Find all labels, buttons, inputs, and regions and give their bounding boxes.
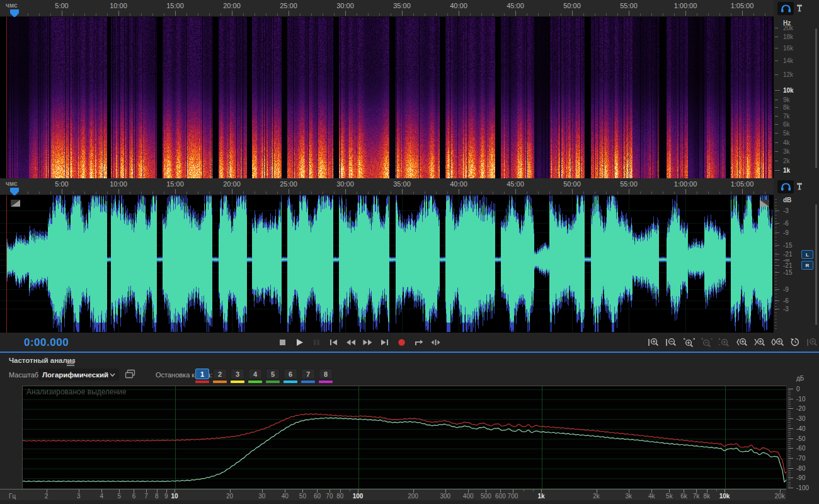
monitor-headphones-button[interactable] — [777, 2, 794, 15]
ruler-tick — [481, 192, 482, 194]
db-minor-tick — [775, 215, 777, 215]
time-label: 1:05:00 — [731, 180, 754, 188]
hold-button-1[interactable]: 1 — [195, 369, 209, 383]
hold-button-5[interactable]: 5 — [266, 369, 280, 383]
monitor-headphones-button[interactable] — [777, 180, 794, 193]
freq-tick-label: 500 — [481, 493, 491, 500]
hz-tick — [775, 100, 778, 100]
db-minor-tick — [788, 474, 791, 474]
db-minor-tick — [788, 478, 793, 478]
ruler-tick — [175, 11, 176, 16]
zoom-in-horizontal-button[interactable] — [680, 336, 697, 348]
skip-forward-button[interactable] — [377, 336, 392, 348]
skip-selection-button[interactable] — [428, 336, 444, 348]
hold-button-6[interactable]: 6 — [284, 369, 297, 383]
db-tick — [775, 245, 779, 246]
loop-playback-button[interactable] — [411, 336, 427, 348]
frequency-plot[interactable]: Анализированое выделение — [22, 386, 788, 490]
ruler-tick — [674, 192, 675, 194]
record-button[interactable] — [394, 336, 410, 348]
stop-button[interactable] — [275, 336, 290, 348]
hold-button-8[interactable]: 8 — [319, 369, 333, 383]
hz-tick — [775, 90, 780, 91]
fast-forward-button[interactable] — [360, 336, 375, 348]
ruler-tick — [323, 13, 323, 16]
fade-out-handle[interactable] — [760, 198, 769, 209]
hz-tick-label: 10k — [783, 87, 794, 94]
db-minor-tick — [775, 309, 777, 310]
ruler-tick — [118, 189, 119, 194]
skip-back-button[interactable] — [326, 336, 341, 348]
zoom-vertical-button[interactable] — [716, 336, 733, 348]
db-minor-tick — [775, 246, 777, 247]
zoom-full-button[interactable] — [804, 336, 819, 348]
db-minor-tick — [788, 442, 791, 443]
pause-button[interactable] — [309, 336, 324, 348]
timeline-ruler-top[interactable]: чмс 5:0010:0015:0020:0025:0030:0035:0040… — [0, 0, 774, 17]
ruler-tick — [697, 192, 697, 194]
ruler-tick — [311, 192, 312, 194]
ruler-tick — [39, 192, 40, 194]
freq-tick-label: 20k — [775, 493, 785, 500]
ruler-tick — [549, 192, 550, 194]
vertical-scrollbar[interactable] — [815, 28, 817, 168]
hold-button-7[interactable]: 7 — [301, 369, 315, 383]
hold-button-2[interactable]: 2 — [213, 369, 227, 383]
ruler-tick — [459, 11, 459, 16]
db-axis-title: dB — [783, 197, 791, 203]
zoom-toolbar — [645, 336, 819, 348]
db-tick — [775, 260, 779, 260]
ruler-tick — [583, 13, 584, 16]
db-minor-tick — [775, 253, 777, 253]
hz-tick — [775, 28, 778, 28]
waveform-view[interactable] — [0, 195, 774, 333]
db-tick — [775, 210, 779, 211]
scale-dropdown[interactable]: Логарифмический — [38, 369, 119, 381]
db-minor-tick — [788, 406, 791, 407]
zoom-in-button[interactable] — [645, 336, 662, 348]
ruler-tick — [515, 189, 516, 194]
zoom-out-point-button[interactable] — [751, 336, 768, 348]
freq-tick-label: 7k — [693, 493, 700, 500]
db-minor-tick — [788, 403, 791, 403]
channel-right-button[interactable]: R — [801, 261, 813, 270]
hold-color-swatch — [301, 381, 315, 383]
time-display[interactable]: 0:00.000 — [24, 336, 69, 349]
freq-tick-label: 10 — [171, 493, 178, 500]
ruler-tick — [141, 13, 142, 16]
ruler-tick — [515, 11, 516, 16]
ruler-tick — [617, 192, 618, 194]
panel-menu-icon[interactable] — [67, 357, 74, 369]
hz-tick — [775, 48, 778, 49]
zoom-in-point-button[interactable] — [733, 336, 750, 348]
db-tick — [775, 289, 779, 290]
play-button[interactable] — [292, 336, 307, 348]
ruler-tick — [243, 13, 244, 16]
zoom-out-button[interactable] — [663, 336, 680, 348]
zoom-selection-button[interactable] — [769, 336, 786, 348]
zoom-out-horizontal-button[interactable] — [698, 336, 715, 348]
ruler-tick — [96, 192, 96, 194]
timeline-ruler-mid[interactable]: чмс 5:0010:0015:0020:0025:0030:0035:0040… — [0, 178, 774, 195]
pin-icon[interactable] — [796, 4, 803, 13]
db-minor-tick — [775, 284, 777, 285]
rewind-button[interactable] — [343, 336, 358, 348]
fade-in-handle[interactable] — [11, 198, 20, 209]
db-minor-tick — [788, 401, 791, 401]
channel-left-button[interactable]: L — [801, 250, 813, 259]
db-minor-tick — [788, 448, 793, 449]
hold-button-4[interactable]: 4 — [248, 369, 262, 383]
spectrogram-view[interactable] — [0, 17, 774, 178]
reset-zoom-button[interactable] — [786, 336, 803, 348]
freq-tick-label: 50 — [299, 493, 306, 500]
db-minor-tick — [788, 450, 791, 450]
pin-icon[interactable] — [796, 182, 803, 192]
copy-graph-icon[interactable] — [125, 369, 135, 381]
ruler-tick — [425, 13, 425, 16]
vertical-scrollbar[interactable] — [815, 204, 817, 325]
db-tick — [775, 272, 779, 273]
db-minor-tick — [788, 427, 791, 427]
ruler-tick — [368, 192, 369, 194]
hold-button-3[interactable]: 3 — [231, 369, 244, 383]
hz-tick-label: 9k — [783, 96, 790, 103]
